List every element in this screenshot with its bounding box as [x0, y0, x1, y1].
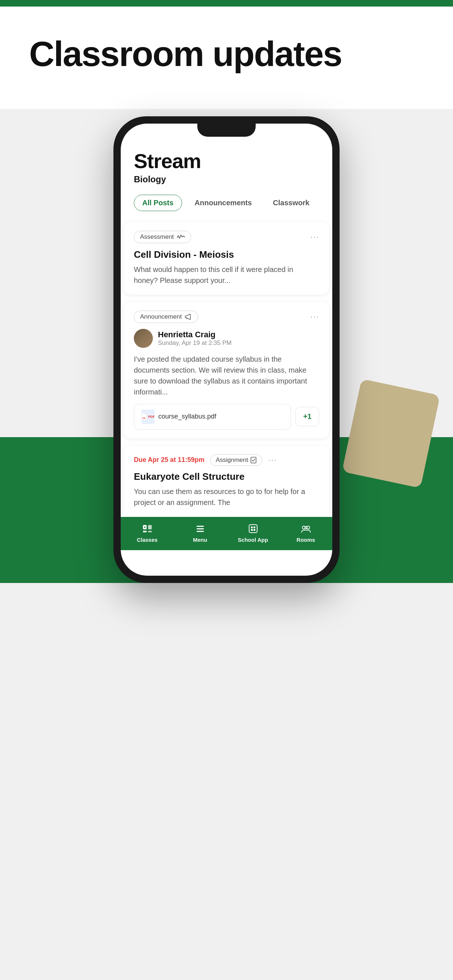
attachment-name: course_syllabus.pdf: [158, 413, 216, 420]
nav-school-app-label: School App: [238, 537, 268, 543]
card-tag-row-2: Announcement ···: [134, 310, 319, 323]
due-text: Due Apr 25 at 11:59pm: [134, 456, 204, 464]
card-menu-1[interactable]: ···: [310, 232, 319, 242]
phone-section: Stream Biology All Posts Announcements: [0, 109, 453, 583]
user-date: Sunday, Apr 19 at 2:35 PM: [158, 339, 231, 347]
svg-point-8: [144, 527, 145, 528]
svg-rect-10: [196, 528, 204, 530]
bottom-nav: Classes Menu: [121, 517, 332, 550]
avatar-image: [134, 329, 153, 348]
pdf-icon: PDF: [142, 409, 155, 424]
menu-icon: [195, 523, 206, 535]
assessment-tag: Assessment: [134, 231, 191, 243]
card-tag-row-1: Assessment ···: [134, 231, 319, 243]
assessment-card[interactable]: Assessment ··· Cell Division - Meiosis W…: [124, 222, 329, 294]
assessment-icon: [177, 234, 185, 240]
svg-rect-16: [254, 529, 255, 531]
page-title: Classroom updates: [29, 36, 424, 73]
nav-menu[interactable]: Menu: [174, 517, 226, 550]
tab-classwork[interactable]: Classwork: [265, 195, 318, 211]
svg-point-19: [305, 527, 307, 529]
page-title-area: Classroom updates: [0, 6, 453, 94]
assignment-tag: Assignment: [210, 454, 262, 466]
nav-menu-label: Menu: [193, 537, 207, 543]
user-row: Henrietta Craig Sunday, Apr 19 at 2:35 P…: [134, 329, 319, 348]
megaphone-icon: [185, 313, 192, 320]
user-info: Henrietta Craig Sunday, Apr 19 at 2:35 P…: [158, 330, 231, 347]
bottom-section: Stream Biology All Posts Announcements: [0, 109, 453, 583]
cards-area: Assessment ··· Cell Division - Meiosis W…: [121, 222, 332, 517]
svg-rect-13: [251, 527, 253, 528]
school-app-icon: [247, 523, 259, 535]
phone-screen: Stream Biology All Posts Announcements: [121, 124, 332, 576]
svg-rect-5: [148, 525, 152, 530]
assignment-icon: [250, 457, 257, 463]
stream-subtitle: Biology: [134, 174, 319, 185]
card-menu-3[interactable]: ···: [268, 455, 277, 465]
due-row: Due Apr 25 at 11:59pm Assignment ···: [134, 454, 319, 466]
svg-rect-15: [251, 529, 253, 531]
svg-text:PDF: PDF: [143, 417, 146, 419]
classes-icon: [142, 523, 153, 535]
nav-classes-label: Classes: [137, 537, 158, 543]
svg-rect-7: [148, 531, 152, 532]
card-menu-2[interactable]: ···: [310, 312, 319, 321]
tab-all-posts[interactable]: All Posts: [134, 195, 182, 211]
card-body-1: What would happen to this cell if it wer…: [134, 264, 319, 286]
attachment-file[interactable]: PDF course_syllabus.pdf: [134, 404, 291, 430]
announcement-card[interactable]: Announcement ···: [124, 302, 329, 438]
avatar: [134, 329, 153, 348]
hero-section: Classroom updates: [0, 6, 453, 109]
screen-inner: Stream Biology All Posts Announcements: [121, 124, 332, 550]
assignment-title: Eukaryote Cell Structure: [134, 471, 319, 482]
attachment-extra-count[interactable]: +1: [295, 407, 319, 426]
nav-classes[interactable]: Classes: [121, 517, 174, 550]
svg-rect-6: [143, 531, 147, 532]
stream-header: Stream Biology All Posts Announcements: [121, 124, 332, 211]
svg-rect-11: [196, 531, 204, 532]
rooms-icon: [300, 523, 312, 535]
svg-rect-14: [254, 527, 255, 528]
top-status-bar: [0, 0, 453, 6]
filter-tabs: All Posts Announcements Classwork: [134, 195, 319, 211]
svg-rect-9: [196, 526, 204, 527]
page-wrapper: Classroom updates Stream Biology: [0, 0, 453, 980]
card-title-1: Cell Division - Meiosis: [134, 249, 319, 260]
nav-rooms[interactable]: Rooms: [279, 517, 332, 550]
svg-rect-3: [251, 457, 256, 463]
stream-title: Stream: [134, 149, 319, 173]
tab-announcements[interactable]: Announcements: [187, 195, 260, 211]
assignment-body: You can use them as resources to go to f…: [134, 486, 319, 508]
phone-notch: [197, 124, 256, 137]
pdf-file-icon: PDF: [142, 410, 148, 423]
phone-frame: Stream Biology All Posts Announcements: [113, 116, 340, 583]
nav-rooms-label: Rooms: [297, 537, 315, 543]
nav-school-app[interactable]: School App: [226, 517, 279, 550]
attachment-row: PDF course_syllabus.pdf +1: [134, 404, 319, 430]
announcement-body: I've posted the updated course syllabus …: [134, 354, 319, 398]
svg-rect-12: [249, 525, 257, 533]
user-name: Henrietta Craig: [158, 330, 231, 339]
announcement-tag: Announcement: [134, 310, 198, 323]
assignment-card[interactable]: Due Apr 25 at 11:59pm Assignment ···: [124, 445, 329, 517]
